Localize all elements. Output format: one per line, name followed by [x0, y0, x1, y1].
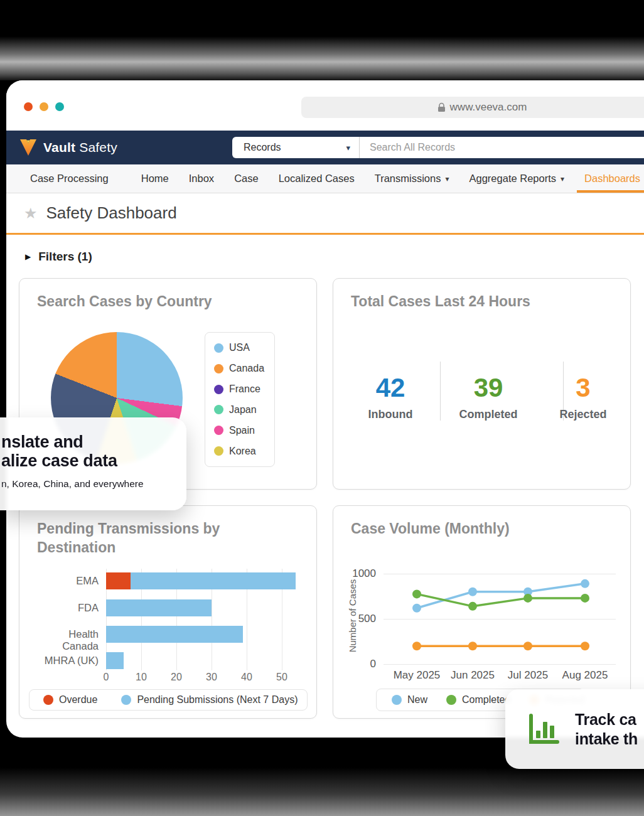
y-tick: 0	[338, 658, 376, 670]
bar-ema	[106, 572, 296, 589]
card-title: Case Volume (Monthly)	[351, 520, 510, 539]
metric-label: Inbound	[340, 408, 441, 421]
pie-legend: USA Canada France Japan Spain Korea	[205, 332, 275, 467]
nav-item-transmissions[interactable]: Transmissions▾	[365, 164, 459, 193]
legend-item: USA	[214, 342, 274, 353]
legend-dot	[121, 695, 131, 705]
window-controls	[24, 102, 64, 111]
legend-dot	[214, 385, 223, 394]
search-input[interactable]	[360, 137, 644, 158]
legend-item: Korea	[214, 446, 274, 457]
page-title: Safety Dashboard	[46, 203, 177, 223]
x-tick: Aug 2025	[550, 669, 620, 682]
bar-legend: Overdue Pending Submissions (Next 7 Days…	[29, 689, 308, 711]
backdrop-glow-top	[0, 36, 644, 80]
metric-label: Completed	[438, 408, 539, 421]
nav-item-dashboards[interactable]: Dashboards	[574, 164, 644, 193]
legend-item: Japan	[214, 404, 274, 416]
nav-item-home[interactable]: Home	[131, 164, 179, 193]
vault-safety-logo[interactable]: Vault Safety	[19, 138, 117, 157]
global-search: Records ▾	[232, 137, 644, 158]
filters-toggle[interactable]: ▶ Filters (1)	[6, 235, 644, 264]
close-window-button[interactable]	[24, 102, 33, 111]
legend-dot	[446, 695, 456, 705]
metric-rejected: 3 Rejected	[533, 373, 633, 421]
legend-dot	[214, 405, 223, 414]
legend-dot	[214, 426, 223, 435]
card-title: Total Cases Last 24 Hours	[351, 293, 530, 311]
y-tick: 1000	[338, 567, 376, 580]
bar-mhra-uk	[106, 652, 124, 669]
card-title: Search Cases by Country	[37, 293, 212, 311]
metric-value: 3	[533, 373, 633, 403]
nav-item-case-processing[interactable]: Case Processing	[20, 164, 119, 193]
legend-item: Pending Submissions (Next 7 Days)	[121, 694, 298, 706]
popup-headline: nslate and alize case data	[1, 432, 186, 470]
card-case-volume-monthly: Case Volume (Monthly) Number of Cases 10…	[333, 505, 631, 719]
legend-item: Completed	[446, 694, 510, 706]
legend-item: New	[392, 694, 427, 706]
metric-inbound: 42 Inbound	[340, 373, 441, 421]
brand-name: Vault Safety	[43, 140, 117, 155]
url-text: www.veeva.com	[450, 101, 527, 114]
search-scope-value: Records	[244, 142, 281, 153]
nav-item-case[interactable]: Case	[224, 164, 269, 193]
browser-titlebar: www.veeva.com	[6, 80, 644, 131]
nav-item-aggregate-reports[interactable]: Aggregate Reports▾	[459, 164, 575, 193]
favorite-star-icon[interactable]: ★	[24, 205, 38, 222]
search-scope-dropdown[interactable]: Records ▾	[232, 137, 360, 158]
legend-item: Spain	[214, 425, 274, 436]
app-header: Vault Safety Records ▾	[6, 131, 644, 164]
metric-value: 39	[438, 373, 539, 403]
address-bar[interactable]: www.veeva.com	[301, 97, 644, 118]
bar-fda	[106, 599, 212, 616]
metric-value: 42	[340, 373, 441, 403]
caret-down-icon: ▾	[561, 174, 564, 183]
popup-track-intake: Track ca intake th	[505, 689, 644, 769]
metric-completed: 39 Completed	[438, 373, 539, 421]
minimize-window-button[interactable]	[40, 102, 48, 111]
popup-translate-localize: nslate and alize case data n, Korea, Chi…	[0, 417, 186, 510]
browser-window: www.veeva.com Vault Safety Records ▾	[6, 80, 644, 738]
legend-item: Overdue	[43, 694, 97, 706]
legend-item: Canada	[214, 363, 274, 374]
caret-down-icon: ▾	[346, 143, 350, 153]
metric-label: Rejected	[533, 408, 633, 421]
legend-dot	[214, 364, 223, 373]
nav-item-localized-cases[interactable]: Localized Cases	[269, 164, 365, 193]
legend-dot	[214, 446, 223, 456]
page-title-row: ★ Safety Dashboard	[6, 193, 644, 235]
legend-dot	[43, 695, 53, 705]
bar-health-canada	[106, 626, 243, 643]
popup-subtext: n, Korea, China, and everywhere	[1, 478, 186, 490]
card-title: Pending Transmissions by Destination	[37, 520, 282, 557]
expand-arrow-icon: ▶	[25, 252, 31, 261]
y-tick: 500	[338, 613, 376, 625]
bar-chart-icon	[526, 712, 561, 747]
nav-item-inbox[interactable]: Inbox	[179, 164, 224, 193]
filters-label: Filters (1)	[38, 250, 92, 264]
card-pending-transmissions: Pending Transmissions by Destination EMA…	[19, 505, 317, 719]
primary-nav: Case Processing Home Inbox Case Localize…	[6, 164, 644, 193]
legend-dot	[214, 343, 223, 353]
card-total-cases-24h: Total Cases Last 24 Hours 42 Inbound 39 …	[333, 278, 631, 490]
caret-down-icon: ▾	[445, 174, 449, 183]
popup-headline: Track ca intake th	[575, 710, 638, 748]
lock-icon	[437, 102, 446, 112]
veeva-v-icon	[19, 138, 38, 157]
maximize-window-button[interactable]	[55, 102, 64, 111]
legend-item: France	[214, 384, 274, 395]
legend-dot	[392, 695, 402, 705]
